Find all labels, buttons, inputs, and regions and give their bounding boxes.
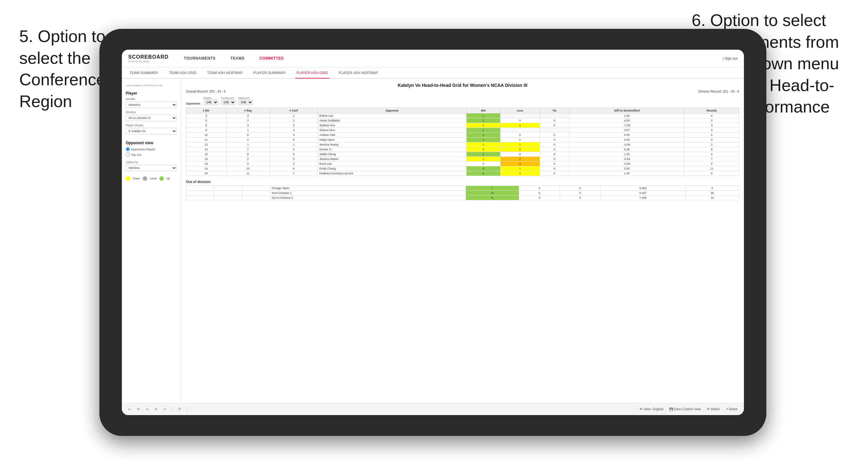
table-cell: Sharon Mun [318, 128, 467, 133]
ood-cell: 4.500 [600, 186, 686, 191]
conference-select[interactable]: (All) [221, 99, 236, 105]
division-select[interactable]: NCAA Division III [126, 115, 177, 121]
table-cell: 7 [270, 171, 317, 176]
table-cell: 0 [500, 133, 540, 137]
ood-cell [214, 186, 242, 191]
nav-teams[interactable]: TEAMS [228, 56, 247, 61]
table-cell: Heejo Hyun [318, 137, 467, 142]
nav-tournaments[interactable]: TOURNAMENTS [182, 56, 218, 61]
ood-cell [186, 191, 214, 195]
copy-btn[interactable]: ⎘ [154, 407, 159, 411]
nav-committee[interactable]: COMMITTEE [257, 56, 287, 61]
radio-played-input[interactable] [126, 147, 130, 151]
radio-played-text: Opponents Played [131, 148, 155, 151]
opponent-select[interactable]: (All) [238, 99, 253, 105]
sign-out-link[interactable]: Sign out [725, 56, 738, 60]
legend-down-dot [126, 176, 130, 181]
table-cell: 2 [685, 161, 739, 166]
ood-cell: 15 [466, 191, 519, 195]
division-label: Division [126, 111, 177, 114]
table-cell: 18 [186, 161, 226, 166]
table-row: 914Sharon Mun13.673 [186, 128, 739, 133]
table-cell: 0 [540, 166, 569, 171]
opponent-view: Opponent view Opponents Played Top 100 [126, 141, 177, 157]
table-cell: 16 [186, 157, 226, 161]
table-cell: 0.30 [569, 166, 684, 171]
gender-select[interactable]: Women's [126, 102, 177, 108]
time-btn[interactable]: ⏱ [176, 407, 183, 411]
col-reg: # Reg [226, 108, 270, 114]
radio-played-label[interactable]: Opponents Played [126, 147, 177, 151]
sub-nav-team-h2h-grid[interactable]: TEAM H2H GRID [168, 67, 198, 78]
redo-btn[interactable]: ↻ [136, 407, 142, 411]
tablet-frame: SCOREBOARD Powered by clippd TOURNAMENTS… [99, 29, 766, 436]
logo-sub: Powered by clippd [128, 60, 169, 63]
ood-body: Foreign Team1004.5002NAIA Division 11500… [186, 186, 739, 200]
table-row: 1822Euna Lee030-5.002 [186, 161, 739, 166]
sub-nav-player-h2h-grid[interactable]: PLAYER H2H GRID [295, 68, 329, 79]
grid-area: Katelyn Vo Head-to-Head Grid for Women's… [181, 79, 744, 403]
table-cell: 2 [685, 142, 739, 147]
save-custom-label: Save Custom View [674, 407, 701, 411]
table-cell: 4 [270, 147, 317, 152]
table-cell: 0 [467, 161, 500, 166]
table-cell: 3 [685, 128, 739, 133]
ood-row: NCAA Division 25007.40010 [186, 195, 739, 200]
legend-row: Down Level Up [126, 176, 177, 181]
table-cell: 9 [186, 128, 226, 133]
sub-nav-player-h2h-heatmap[interactable]: PLAYER H2H HEATMAP [337, 67, 379, 78]
main-content: Last Updated: 27/03/2024 04:44 Player Ge… [122, 79, 744, 403]
table-cell: 0 [540, 157, 569, 161]
save-custom-btn[interactable]: 💾 Save Custom View [668, 407, 703, 411]
table-cell: 0 [500, 152, 540, 157]
table-cell: 3 [270, 157, 317, 161]
table-cell: 1.25 [569, 152, 684, 157]
table-cell: 0 [540, 133, 569, 137]
logo-area: SCOREBOARD Powered by clippd [128, 54, 169, 63]
table-row: 19106Emily Chang4100.3011 [186, 166, 739, 171]
table-cell: Federica Domecq Lacroze [318, 171, 467, 176]
table-cell: 3 [685, 118, 739, 123]
filter-area: Opponents: Region (All) Conference (All) [186, 96, 739, 105]
table-cell: Andrea York [318, 133, 467, 137]
sub-nav-team-summary[interactable]: TEAM SUMMARY [128, 67, 160, 78]
undo-btn[interactable]: ↩ [127, 407, 132, 411]
table-row: 331Esther Lee11.504 [186, 114, 739, 118]
table-cell: 19 [186, 166, 226, 171]
radio-top100-text: Top 100 [131, 153, 142, 156]
table-cell: Esther Lee [318, 114, 467, 118]
table-cell: 9 [685, 147, 739, 152]
table-cell: 1 [467, 152, 500, 157]
radio-top100-label[interactable]: Top 100 [126, 153, 177, 157]
ood-cell: NCAA Division 2 [270, 195, 466, 200]
scissors-btn[interactable]: ✂ [162, 407, 168, 411]
table-cell: 0.38 [569, 147, 684, 152]
sub-nav-team-h2h-heatmap[interactable]: TEAM H2H HEATMAP [206, 67, 244, 78]
ood-cell [214, 195, 242, 200]
table-row: 1125Heejo Hyun1003.333 [186, 137, 739, 142]
table-cell: Eunice Yi [318, 147, 467, 152]
table-cell: 2 [226, 118, 270, 123]
player-section-title: Player [126, 91, 177, 95]
view-original-btn[interactable]: 👁 View: Original [638, 407, 665, 411]
table-cell: 14 [186, 147, 226, 152]
undo2-btn[interactable]: ↩ [145, 407, 150, 411]
table-cell: Alexis Sudjianto [318, 118, 467, 123]
share-btn[interactable]: ↗ Share [724, 407, 739, 411]
sub-nav-player-summary[interactable]: PLAYER SUMMARY [252, 67, 287, 78]
ood-cell [242, 191, 270, 195]
tablet-screen: SCOREBOARD Powered by clippd TOURNAMENTS… [122, 50, 744, 415]
table-cell: 1 [500, 171, 540, 176]
colour-by-select[interactable]: Win/loss [126, 165, 177, 171]
ood-cell: NAIA Division 1 [270, 191, 466, 195]
radio-top100-input[interactable] [126, 153, 130, 157]
table-cell [540, 114, 569, 118]
table-cell: -1.00 [569, 123, 684, 128]
share-label: Share [729, 407, 738, 411]
region-select[interactable]: (All) [204, 99, 218, 105]
watch-btn[interactable]: 👁 Watch [705, 407, 721, 411]
table-cell: 4.00 [569, 133, 684, 137]
player-rank-select[interactable]: 8. Katelyn Vo [126, 128, 177, 134]
table-cell: 7 [685, 157, 739, 161]
col-conf: # Conf [270, 108, 317, 114]
